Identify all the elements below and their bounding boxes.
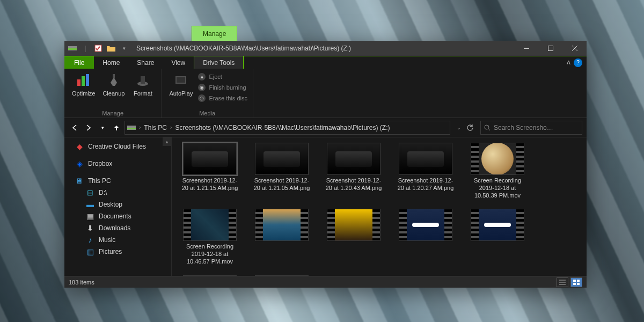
file-item[interactable] — [180, 275, 239, 276]
file-item[interactable]: Screenshot 2019-12-20 at 1.20.27 AM.png — [396, 143, 455, 199]
up-button[interactable] — [111, 122, 122, 134]
ribbon-group-media: AutoPlay ▲Eject ◉Finish burning ◌Erase t… — [162, 69, 253, 118]
eject-button[interactable]: ▲Eject — [198, 72, 247, 82]
details-view-button[interactable] — [557, 277, 568, 287]
content-area: ▲ ◆Creative Cloud Files◈Dropbox🖥This PC⊟… — [64, 137, 587, 276]
sidebar-item-pictures[interactable]: ▦Pictures — [64, 246, 171, 258]
breadcrumb[interactable]: › This PC › Screenshots (\\MACBOOKAIR-5B… — [125, 121, 450, 135]
finish-burning-button[interactable]: ◉Finish burning — [198, 83, 247, 92]
file-item[interactable] — [252, 275, 311, 276]
file-item[interactable]: Screen Recording 2019-12-18 at 10.50.39 … — [468, 143, 527, 199]
file-item[interactable]: Screenshot 2019-12-20 at 1.20.43 AM.png — [324, 143, 383, 199]
sidebar-item-documents[interactable]: ▤Documents — [64, 210, 171, 222]
window-controls — [514, 41, 587, 56]
sidebar-item-this-pc[interactable]: 🖥This PC — [64, 175, 171, 187]
file-name: Screen Recording 2019-12-18 at 10.50.39 … — [468, 177, 527, 199]
autoplay-icon — [172, 72, 189, 89]
file-thumbnail — [471, 143, 524, 175]
erase-disc-button[interactable]: ◌Erase this disc — [198, 93, 247, 103]
optimize-button[interactable]: Optimize — [70, 71, 97, 98]
file-name: Screenshot 2019-12-20 at 1.20.43 AM.png — [324, 177, 383, 192]
tab-file[interactable]: File — [64, 56, 94, 69]
eject-label: Eject — [209, 74, 222, 80]
drive-icon — [68, 43, 77, 53]
pics-icon: ▦ — [86, 247, 94, 256]
qat-dropdown-icon[interactable]: ▾ — [119, 43, 129, 53]
sidebar-item-dropbox[interactable]: ◈Dropbox — [64, 158, 171, 170]
folder-icon[interactable] — [106, 43, 116, 53]
finish-label: Finish burning — [209, 84, 246, 91]
chevron-right-icon[interactable]: › — [168, 125, 174, 130]
file-thumbnail — [471, 209, 524, 241]
file-item[interactable] — [252, 209, 311, 265]
file-name: Screenshot 2019-12-20 at 1.20.27 AM.png — [396, 177, 455, 192]
help-icon[interactable]: ? — [574, 58, 582, 67]
svg-rect-14 — [127, 128, 136, 129]
back-button[interactable] — [69, 122, 80, 134]
svg-rect-10 — [141, 76, 145, 84]
tab-share[interactable]: Share — [128, 56, 163, 69]
file-thumbnail — [255, 143, 309, 175]
tab-home[interactable]: Home — [94, 56, 128, 69]
recent-dropdown-icon[interactable]: ▾ — [97, 122, 108, 134]
refresh-button[interactable] — [466, 124, 474, 131]
file-item[interactable] — [468, 209, 527, 265]
sidebar-item-d-[interactable]: ⊟D:\ — [64, 187, 171, 199]
file-item[interactable]: Screenshot 2019-12-20 at 1.21.15 AM.png — [180, 143, 239, 199]
ribbon-group-label: Media — [167, 109, 247, 116]
navigation-pane[interactable]: ▲ ◆Creative Cloud Files◈Dropbox🖥This PC⊟… — [64, 137, 172, 276]
manage-context-tab[interactable]: Manage — [192, 26, 237, 41]
autoplay-button[interactable]: AutoPlay — [167, 71, 195, 98]
thumbnails-view-button[interactable] — [570, 277, 582, 287]
sidebar-item-label: Downloads — [99, 224, 130, 232]
ribbon-collapse-icon[interactable]: ᐱ — [567, 60, 570, 65]
forward-button[interactable] — [83, 122, 94, 134]
sidebar-item-music[interactable]: ♪Music — [64, 234, 171, 246]
search-input[interactable]: Search Screensho… — [480, 121, 582, 135]
minimize-button[interactable] — [514, 41, 538, 56]
tab-drive-tools[interactable]: Drive Tools — [194, 56, 244, 69]
maximize-button[interactable] — [538, 41, 562, 56]
erase-label: Erase this disc — [209, 95, 247, 101]
crumb-folder[interactable]: Screenshots (\\MACBOOKAIR-5B8A\Mac\Users… — [175, 124, 390, 131]
close-button[interactable] — [562, 41, 587, 56]
file-item[interactable]: Screen Recording 2019-12-18 at 10.46.57 … — [180, 209, 239, 265]
dropbox-icon: ◈ — [75, 159, 84, 168]
tab-view[interactable]: View — [163, 56, 194, 69]
optimize-label: Optimize — [72, 90, 95, 97]
svg-rect-1 — [68, 48, 77, 50]
crumb-this-pc[interactable]: This PC — [144, 124, 167, 131]
format-icon — [134, 72, 151, 89]
optimize-icon — [75, 72, 92, 89]
status-item-count: 183 items — [69, 279, 94, 286]
sidebar-item-desktop[interactable]: ▬Desktop — [64, 199, 171, 210]
sidebar-item-label: This PC — [88, 177, 111, 185]
scroll-up-icon[interactable]: ▲ — [163, 137, 171, 146]
titlebar: | ▾ Manage Screenshots (\\MACBOOKAIR-5B8… — [64, 41, 587, 56]
svg-rect-5 — [77, 79, 80, 86]
chevron-right-icon[interactable]: › — [137, 125, 143, 130]
erase-icon: ◌ — [198, 94, 206, 102]
file-thumbnail — [399, 143, 452, 175]
cleanup-icon — [105, 72, 122, 89]
properties-icon[interactable] — [93, 43, 103, 53]
file-grid[interactable]: Screenshot 2019-12-20 at 1.21.15 AM.pngS… — [172, 137, 587, 276]
file-thumbnail — [327, 209, 380, 241]
sidebar-item-creative-cloud-files[interactable]: ◆Creative Cloud Files — [64, 141, 171, 152]
pc-icon: 🖥 — [75, 177, 84, 185]
sidebar-item-label: Creative Cloud Files — [88, 143, 146, 150]
file-item[interactable]: Screenshot 2019-12-20 at 1.21.05 AM.png — [252, 143, 311, 199]
address-dropdown-icon[interactable]: ⌄ — [457, 125, 461, 130]
file-item[interactable] — [396, 209, 455, 265]
svg-rect-8 — [113, 74, 115, 78]
format-button[interactable]: Format — [130, 71, 156, 98]
window-title: Screenshots (\\MACBOOKAIR-5B8A\Mac\Users… — [132, 45, 514, 52]
svg-rect-4 — [548, 46, 553, 51]
docs-icon: ▤ — [86, 212, 94, 221]
svg-rect-19 — [577, 283, 580, 285]
sidebar-item-label: Desktop — [99, 201, 122, 208]
cleanup-button[interactable]: Cleanup — [100, 71, 127, 98]
burn-icon: ◉ — [198, 84, 206, 91]
file-item[interactable] — [324, 209, 383, 265]
sidebar-item-downloads[interactable]: ⬇Downloads — [64, 222, 171, 234]
